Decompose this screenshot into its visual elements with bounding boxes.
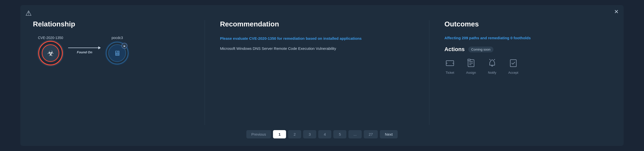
target-node: 🖥 ▶ (106, 42, 128, 64)
ticket-icon (444, 58, 455, 69)
outcomes-link[interactable]: Affecting 209 paths and remediating 0 fo… (444, 36, 606, 40)
recommendation-title: Recommendation (220, 20, 414, 28)
recommendation-description: Microsoft Windows DNS Server Remote Code… (220, 46, 414, 52)
page-2-button[interactable]: 2 (288, 130, 301, 138)
play-badge: ▶ (121, 43, 127, 49)
cve-node: ☣ (39, 42, 62, 64)
page-27-button[interactable]: 27 (364, 130, 378, 138)
assign-button[interactable]: Assign (466, 58, 477, 74)
accept-label: Accept (508, 71, 518, 74)
arrow-head (98, 46, 101, 49)
recommendation-section: Recommendation Please evaluate CVE-2020-… (215, 20, 419, 125)
accept-icon (508, 58, 519, 69)
previous-button[interactable]: Previous (246, 130, 271, 138)
page-ellipsis: ... (348, 130, 362, 138)
svg-rect-7 (468, 59, 470, 61)
svg-rect-11 (510, 60, 516, 67)
target-label: pocdc3 (112, 36, 123, 40)
monitor-icon: 🖥 (114, 49, 121, 57)
assign-label: Assign (466, 71, 476, 74)
arrow-line (68, 46, 101, 49)
relationship-title: Relationship (33, 20, 195, 28)
play-icon: ▶ (124, 45, 126, 47)
outcomes-section: Outcomes Affecting 209 paths and remedia… (439, 20, 611, 125)
divider-2 (429, 20, 429, 125)
cve-node-inner: ☣ (42, 44, 59, 62)
notify-icon (487, 58, 498, 69)
svg-line-10 (489, 59, 490, 60)
relationship-diagram: CVE-2020-1350 ☣ Found On pocdc3 (33, 36, 195, 64)
pagination: Previous 1 2 3 4 5 ... 27 Next (33, 130, 611, 138)
action-buttons: Ticket Assign (444, 58, 606, 74)
page-1-button[interactable]: 1 (273, 130, 286, 138)
cve-label: CVE-2020-1350 (38, 36, 63, 40)
main-modal: ⚠ ✕ Relationship CVE-2020-1350 ☣ (20, 5, 624, 146)
page-4-button[interactable]: 4 (318, 130, 331, 138)
next-button[interactable]: Next (380, 130, 398, 138)
content-area: Relationship CVE-2020-1350 ☣ Found (33, 20, 611, 125)
notify-button[interactable]: Notify (487, 58, 498, 74)
page-5-button[interactable]: 5 (333, 130, 346, 138)
cve-node-container: CVE-2020-1350 ☣ (38, 36, 63, 64)
divider-1 (205, 20, 205, 125)
biohazard-icon: ☣ (47, 49, 54, 58)
page-3-button[interactable]: 3 (303, 130, 316, 138)
arrow-shaft (68, 48, 98, 48)
arrow-label: Found On (77, 50, 92, 54)
outcomes-title: Outcomes (444, 20, 606, 28)
notify-label: Notify (488, 71, 496, 74)
close-button[interactable]: ✕ (614, 9, 619, 15)
svg-line-9 (494, 59, 495, 60)
ticket-label: Ticket (446, 71, 454, 74)
arrow-container: Found On (68, 46, 101, 54)
target-node-inner: 🖥 ▶ (108, 44, 126, 62)
target-node-container: pocdc3 🖥 ▶ (106, 36, 128, 64)
assign-icon (466, 58, 477, 69)
ticket-button[interactable]: Ticket (444, 58, 455, 74)
relationship-section: Relationship CVE-2020-1350 ☣ Found (33, 20, 195, 125)
coming-soon-badge: Coming soon (468, 47, 494, 52)
actions-header: Actions Coming soon (444, 46, 606, 53)
actions-title: Actions (444, 46, 465, 53)
recommendation-link[interactable]: Please evaluate CVE-2020-1350 for remedi… (220, 36, 414, 42)
accept-button[interactable]: Accept (508, 58, 519, 74)
app-logo: ⚠ (25, 9, 32, 17)
